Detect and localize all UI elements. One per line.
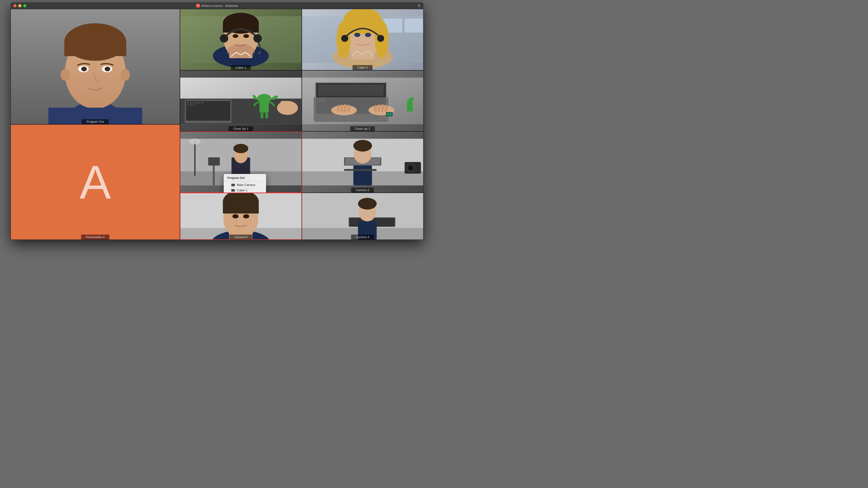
svg-rect-47 — [190, 102, 192, 103]
caller2-image — [302, 9, 424, 70]
camera2-cell[interactable]: Camera 2 — [302, 131, 424, 193]
svg-rect-49 — [195, 102, 197, 103]
svg-point-133 — [409, 166, 412, 169]
svg-rect-98 — [194, 141, 195, 176]
svg-rect-70 — [324, 98, 326, 100]
camera4-bg — [302, 193, 424, 239]
closeup1-bg — [180, 70, 302, 131]
placeholder-a-label: Placeholder A — [81, 235, 110, 239]
svg-rect-50 — [198, 102, 200, 103]
cam-icon-main — [231, 184, 235, 186]
svg-rect-67 — [317, 98, 319, 100]
svg-point-21 — [227, 44, 255, 58]
settings-icon[interactable]: ⚙ — [417, 3, 421, 8]
svg-rect-71 — [317, 100, 319, 102]
traffic-lights — [13, 4, 26, 7]
camera4-image — [302, 193, 424, 239]
dropdown-label-main-camera: Main Camera — [237, 183, 255, 187]
closeup1-image — [180, 70, 302, 131]
camera3-image — [180, 193, 302, 239]
dropdown-item-main-camera[interactable]: Main Camera — [224, 182, 266, 188]
svg-point-128 — [353, 140, 372, 152]
caller1-bg — [180, 9, 302, 70]
caller1-cell[interactable]: Caller 1 — [180, 9, 302, 70]
svg-rect-45 — [186, 101, 230, 121]
caller1-label: Caller 1 — [231, 65, 251, 70]
svg-point-25 — [232, 34, 238, 38]
svg-rect-97 — [208, 158, 220, 166]
camera3-label: Camera 3 — [229, 235, 252, 239]
dropdown-label-caller1: Caller 1 — [237, 189, 247, 192]
svg-rect-78 — [340, 104, 343, 112]
right-panel: Caller 1 — [180, 9, 424, 240]
closeup2-bg — [302, 70, 424, 131]
svg-rect-126 — [353, 165, 372, 185]
svg-rect-129 — [344, 169, 377, 171]
closeup2-image — [302, 70, 424, 131]
svg-rect-77 — [337, 105, 339, 112]
svg-rect-87 — [407, 102, 413, 111]
main-window: TV 40demo.tvshow - Multiview ⚙ — [10, 2, 424, 240]
svg-rect-57 — [260, 111, 264, 118]
svg-rect-68 — [319, 98, 321, 100]
svg-point-75 — [331, 105, 356, 116]
program-out-cell[interactable]: Program Out — [10, 9, 180, 124]
svg-point-26 — [244, 34, 249, 38]
app-icon: TV — [196, 4, 200, 7]
camera3-cell[interactable]: Camera 3 — [180, 193, 302, 240]
svg-point-39 — [377, 35, 384, 42]
svg-rect-81 — [374, 105, 377, 112]
svg-point-22 — [220, 34, 228, 42]
titlebar: TV 40demo.tvshow - Multiview ⚙ — [10, 2, 424, 9]
svg-rect-5 — [64, 42, 126, 56]
window-title: TV 40demo.tvshow - Multiview — [196, 4, 238, 7]
svg-rect-48 — [193, 102, 195, 103]
maximize-button[interactable] — [23, 4, 26, 7]
cam-icon-caller1 — [231, 189, 235, 192]
svg-rect-53 — [190, 104, 192, 106]
svg-rect-72 — [319, 100, 321, 102]
left-panel: Program Out A Placeholder A — [10, 9, 180, 240]
program-out-image — [11, 9, 180, 124]
svg-rect-30 — [405, 19, 423, 32]
dropdown-item-caller1[interactable]: Caller 1 — [224, 188, 266, 193]
camera4-cell[interactable]: Camera 4 — [302, 193, 424, 240]
svg-rect-84 — [384, 105, 387, 112]
minimize-button[interactable] — [18, 4, 22, 7]
svg-point-7 — [121, 69, 130, 80]
svg-rect-69 — [322, 98, 323, 100]
svg-rect-73 — [322, 100, 323, 102]
svg-point-38 — [341, 35, 348, 42]
svg-point-41 — [365, 33, 371, 37]
svg-rect-58 — [265, 111, 268, 118]
caller1-image — [180, 9, 302, 70]
caller2-cell[interactable]: Caller 2 — [302, 9, 424, 70]
svg-point-152 — [358, 198, 376, 210]
svg-rect-65 — [318, 85, 384, 96]
camera2-bg — [302, 132, 424, 193]
svg-rect-83 — [381, 104, 384, 112]
svg-rect-54 — [193, 104, 195, 106]
svg-rect-51 — [201, 102, 203, 103]
svg-point-40 — [354, 33, 360, 37]
camera1-cell[interactable]: Camera 1 Program Out Main Camera — [180, 131, 302, 193]
context-dropdown[interactable]: Program Out Main Camera — [224, 174, 266, 193]
svg-point-23 — [253, 34, 262, 42]
placeholder-a-cell[interactable]: A Placeholder A — [10, 124, 180, 240]
camera4-label: Camera 4 — [351, 235, 374, 239]
camera2-label: Camera 2 — [351, 188, 374, 193]
close-button[interactable] — [13, 4, 17, 7]
svg-rect-60 — [280, 101, 286, 114]
svg-point-93 — [234, 144, 248, 153]
svg-rect-86 — [386, 112, 392, 116]
closeup2-label: Close Up 2 — [350, 126, 375, 131]
caller2-label: Caller 2 — [352, 65, 373, 70]
camera3-bg — [180, 193, 302, 239]
svg-rect-56 — [259, 98, 269, 112]
svg-rect-101 — [231, 190, 234, 191]
svg-point-143 — [243, 214, 249, 218]
closeup2-cell[interactable]: Close Up 2 — [302, 70, 424, 132]
svg-rect-46 — [187, 102, 189, 103]
closeup1-cell[interactable]: Close Up 1 — [180, 70, 302, 132]
svg-point-59 — [277, 101, 298, 115]
